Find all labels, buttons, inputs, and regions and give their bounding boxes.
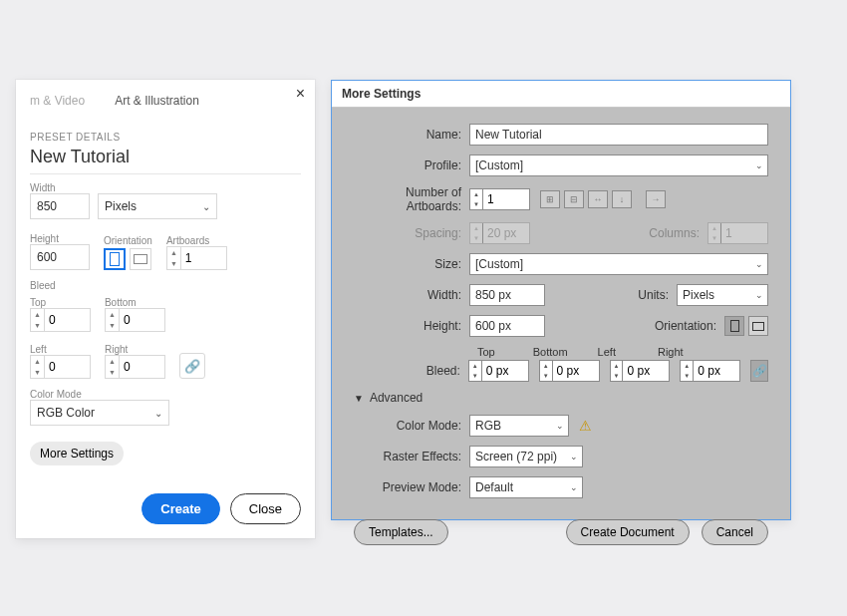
create-document-button[interactable]: Create Document xyxy=(566,519,690,545)
bleed-top-stepper[interactable]: ▲▼ xyxy=(30,308,91,332)
chevron-down-icon: ⌄ xyxy=(755,160,763,170)
more-settings-dialog: More Settings Name: New Tutorial Profile… xyxy=(331,80,791,520)
bleed-bottom-stepper[interactable]: ▲▼ xyxy=(105,308,165,332)
bleed-right-r[interactable]: ▲▼ xyxy=(680,360,740,382)
color-mode-label: Color Mode xyxy=(30,389,301,400)
preset-details-label: PRESET DETAILS xyxy=(30,132,301,143)
preview-select[interactable]: Default⌄ xyxy=(469,476,583,498)
bleed-top-label: Top xyxy=(30,297,91,308)
bleed-right-label: Right xyxy=(105,344,165,355)
units-value: Pixels xyxy=(105,199,137,213)
height-label-r: Height: xyxy=(354,319,469,333)
color-mode-value: RGB Color xyxy=(37,406,95,420)
arrange-rtl-icon[interactable]: → xyxy=(646,190,666,208)
arrange-down-icon[interactable]: ↓ xyxy=(612,190,632,208)
name-label: Name: xyxy=(354,128,469,142)
triangle-down-icon: ▼ xyxy=(354,393,364,404)
bleed-left-label: Left xyxy=(30,344,91,355)
bleed-label: Bleed xyxy=(30,280,301,291)
bleed-top-r[interactable]: ▲▼ xyxy=(468,360,529,382)
tab-art-illustration[interactable]: Art & Illustration xyxy=(115,94,199,108)
raster-select[interactable]: Screen (72 ppi)⌄ xyxy=(469,446,583,467)
name-input[interactable]: New Tutorial xyxy=(469,124,768,146)
warning-icon: ⚠ xyxy=(579,418,592,434)
units-label-r: Units: xyxy=(638,288,677,302)
artboards-label: Artboards xyxy=(166,235,227,246)
preview-label: Preview Mode: xyxy=(354,480,469,494)
chevron-down-icon: ⌄ xyxy=(755,259,763,269)
bleed-bottom-r[interactable]: ▲▼ xyxy=(539,360,600,382)
bleed-left-stepper[interactable]: ▲▼ xyxy=(30,355,91,379)
color-mode-select[interactable]: RGB Color ⌄ xyxy=(30,400,169,426)
advanced-label: Advanced xyxy=(370,391,423,405)
profile-label: Profile: xyxy=(354,158,469,172)
link-bleed-icon[interactable]: 🔗 xyxy=(179,353,205,379)
chevron-down-icon: ⌄ xyxy=(154,408,162,419)
cancel-button[interactable]: Cancel xyxy=(702,519,768,545)
document-name[interactable]: New Tutorial xyxy=(30,147,301,174)
bleed-right-label-r: Right xyxy=(658,346,684,358)
size-select[interactable]: [Custom]⌄ xyxy=(469,253,768,275)
category-tabs: m & Video Art & Illustration xyxy=(30,94,301,116)
orientation-portrait-button[interactable] xyxy=(104,248,126,270)
chevron-down-icon: ⌄ xyxy=(570,452,578,462)
more-settings-button[interactable]: More Settings xyxy=(30,442,124,465)
artboards-stepper[interactable]: ▲▼ xyxy=(166,246,227,270)
width-input-r[interactable]: 850 px xyxy=(469,284,545,306)
new-document-panel: × m & Video Art & Illustration PRESET DE… xyxy=(16,80,315,538)
link-bleed-r-icon[interactable]: 🔗 xyxy=(750,360,768,382)
width-label: Width xyxy=(30,182,301,193)
orientation-portrait-r[interactable] xyxy=(724,316,744,336)
spacing-stepper: ▲▼ xyxy=(469,222,530,244)
chevron-down-icon: ⌄ xyxy=(556,421,564,431)
width-input[interactable]: 850 xyxy=(30,193,90,219)
chevron-down-icon: ⌄ xyxy=(570,482,578,492)
chevron-down-icon: ⌄ xyxy=(202,201,210,212)
orientation-landscape-r[interactable] xyxy=(748,316,768,336)
bleed-top-label-r: Top xyxy=(477,346,495,358)
color-mode-select-r[interactable]: RGB⌄ xyxy=(469,415,569,437)
orientation-label-r: Orientation: xyxy=(655,319,724,333)
raster-label: Raster Effects: xyxy=(354,450,469,463)
orientation-landscape-button[interactable] xyxy=(130,248,151,270)
grid-by-column-icon[interactable]: ⊟ xyxy=(564,190,584,208)
num-artboards-stepper[interactable]: ▲▼ xyxy=(469,188,530,210)
spacing-label: Spacing: xyxy=(354,226,469,240)
orientation-label: Orientation xyxy=(104,235,152,246)
create-button[interactable]: Create xyxy=(141,493,219,524)
profile-select[interactable]: [Custom]⌄ xyxy=(469,154,768,176)
units-select-r[interactable]: Pixels⌄ xyxy=(677,284,768,306)
advanced-toggle[interactable]: ▼ Advanced xyxy=(354,391,768,405)
units-select[interactable]: Pixels ⌄ xyxy=(98,193,217,219)
height-input[interactable]: 600 xyxy=(30,244,90,270)
width-label-r: Width: xyxy=(354,288,469,302)
close-button[interactable]: Close xyxy=(230,493,301,524)
bleed-bottom-label-r: Bottom xyxy=(533,346,568,358)
bleed-left-r[interactable]: ▲▼ xyxy=(610,360,671,382)
columns-label: Columns: xyxy=(649,226,707,240)
templates-button[interactable]: Templates... xyxy=(354,519,448,545)
columns-stepper: ▲▼ xyxy=(707,222,768,244)
bleed-bottom-label: Bottom xyxy=(105,297,165,308)
num-artboards-label: Number of Artboards: xyxy=(354,185,469,213)
arrange-right-icon[interactable]: ↔ xyxy=(588,190,608,208)
height-input-r[interactable]: 600 px xyxy=(469,315,545,337)
dialog-title: More Settings xyxy=(332,81,790,108)
bleed-right-stepper[interactable]: ▲▼ xyxy=(105,355,165,379)
bleed-label-r: Bleed: xyxy=(354,364,468,378)
tab-film-video[interactable]: m & Video xyxy=(30,94,85,108)
height-label: Height xyxy=(30,233,90,244)
close-icon[interactable]: × xyxy=(296,86,305,102)
bleed-left-label-r: Left xyxy=(598,346,616,358)
color-mode-label-r: Color Mode: xyxy=(354,419,469,433)
grid-by-row-icon[interactable]: ⊞ xyxy=(540,190,560,208)
size-label: Size: xyxy=(354,257,469,271)
chevron-down-icon: ⌄ xyxy=(755,290,763,300)
